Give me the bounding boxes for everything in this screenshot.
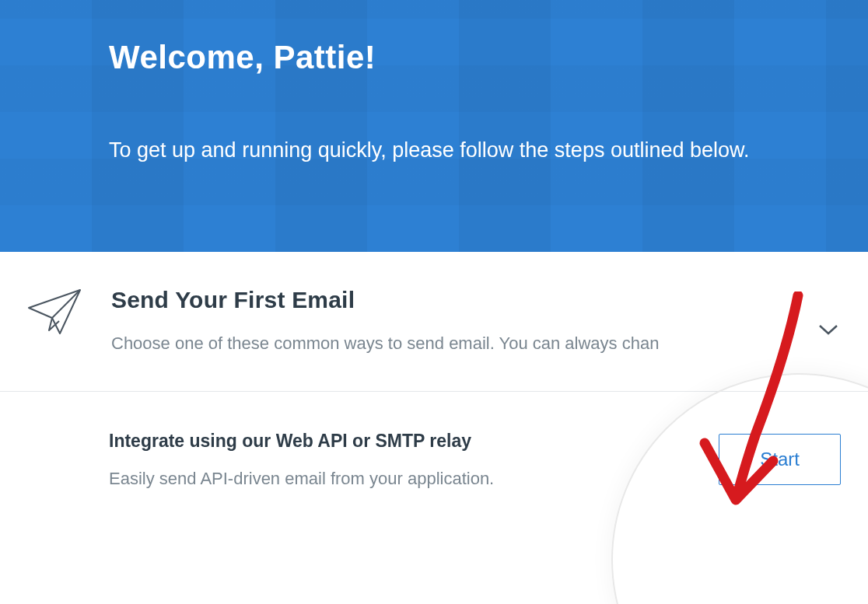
integrate-description: Easily send API-driven email from your a… [109, 469, 719, 489]
send-email-description: Choose one of these common ways to send … [111, 333, 841, 354]
welcome-title: Welcome, Pattie! [109, 39, 759, 76]
chevron-down-icon[interactable] [818, 323, 838, 339]
send-email-content: Send Your First Email Choose one of thes… [111, 287, 841, 354]
integrate-section: Integrate using our Web API or SMTP rela… [0, 392, 868, 512]
send-email-section[interactable]: Send Your First Email Choose one of thes… [0, 252, 868, 392]
integrate-title: Integrate using our Web API or SMTP rela… [109, 431, 719, 452]
start-button[interactable]: Start [719, 434, 841, 485]
send-email-title: Send Your First Email [111, 287, 841, 313]
integrate-content: Integrate using our Web API or SMTP rela… [109, 431, 719, 489]
paper-plane-icon [27, 288, 82, 338]
welcome-subtitle: To get up and running quickly, please fo… [109, 131, 759, 170]
welcome-banner: Welcome, Pattie! To get up and running q… [0, 0, 868, 252]
